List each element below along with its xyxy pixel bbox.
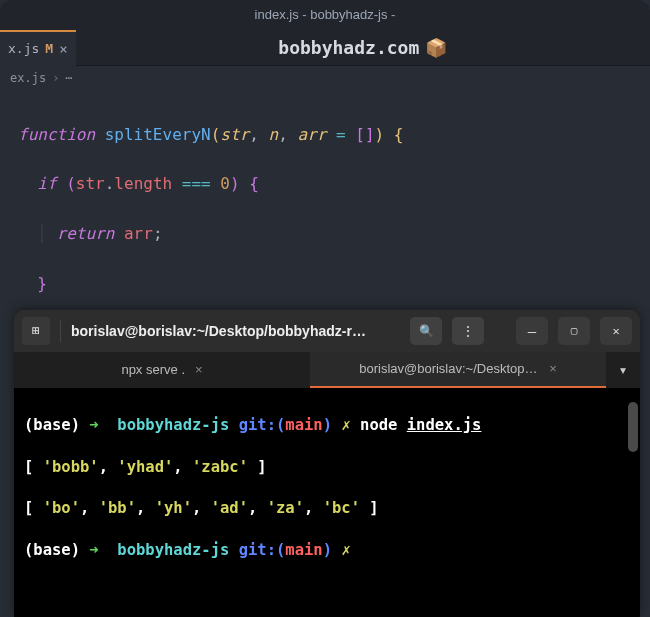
tab-filename: x.js (8, 41, 39, 56)
maximize-icon: ▢ (571, 324, 578, 337)
window-title: index.js - bobbyhadz-js - (255, 7, 396, 22)
terminal-tab-label: npx serve . (121, 362, 185, 377)
close-icon[interactable]: × (549, 361, 557, 376)
maximize-button[interactable]: ▢ (558, 317, 590, 345)
terminal-line: (base) ➜ bobbyhadz-js git:(main) ✗ (24, 540, 630, 561)
terminal-topbar: ⊞ borislav@borislav:~/Desktop/bobbyhadz-… (14, 310, 640, 352)
terminal-tabs: npx serve . × borislav@borislav:~/Deskto… (14, 352, 640, 388)
plus-icon: ⊞ (32, 323, 40, 338)
divider (60, 320, 61, 342)
chevron-down-icon: ▾ (618, 361, 627, 379)
close-icon[interactable]: × (195, 362, 203, 377)
terminal-title: borislav@borislav:~/Desktop/bobbyhadz-r… (71, 323, 400, 339)
minimize-button[interactable]: — (516, 317, 548, 345)
code-line: function splitEveryN(str, n, arr = []) { (18, 123, 650, 148)
new-tab-button[interactable]: ⊞ (22, 317, 50, 345)
breadcrumb-file[interactable]: ex.js (10, 71, 46, 85)
brand-label: bobbyhadz.com📦 (76, 37, 650, 58)
minimize-icon: — (528, 323, 536, 339)
terminal-scrollbar[interactable] (628, 402, 638, 452)
terminal-tab-dropdown[interactable]: ▾ (606, 352, 640, 388)
menu-icon: ⋮ (461, 323, 475, 339)
search-icon: 🔍 (419, 324, 434, 338)
breadcrumb[interactable]: ex.js › ⋯ (0, 66, 650, 90)
code-line: } (18, 272, 650, 297)
breadcrumb-more[interactable]: ⋯ (65, 71, 72, 85)
close-button[interactable]: ✕ (600, 317, 632, 345)
window-titlebar: index.js - bobbyhadz-js - (0, 0, 650, 30)
terminal-output[interactable]: (base) ➜ bobbyhadz-js git:(main) ✗ node … (14, 388, 640, 617)
close-icon[interactable]: × (59, 41, 67, 57)
terminal-tab-serve[interactable]: npx serve . × (14, 352, 310, 388)
terminal-line: [ 'bobb', 'yhad', 'zabc' ] (24, 457, 630, 478)
terminal-window: ⊞ borislav@borislav:~/Desktop/bobbyhadz-… (14, 310, 640, 617)
package-icon: 📦 (425, 37, 447, 58)
search-button[interactable]: 🔍 (410, 317, 442, 345)
menu-button[interactable]: ⋮ (452, 317, 484, 345)
terminal-tab-label: borislav@borislav:~/Desktop/b… (359, 361, 539, 376)
editor-tab-indexjs[interactable]: x.js M × (0, 30, 76, 66)
terminal-line: (base) ➜ bobbyhadz-js git:(main) ✗ node … (24, 415, 630, 436)
chevron-right-icon: › (52, 71, 59, 85)
tab-modified-badge: M (45, 41, 53, 56)
terminal-line: [ 'bo', 'bb', 'yh', 'ad', 'za', 'bc' ] (24, 498, 630, 519)
terminal-tab-shell[interactable]: borislav@borislav:~/Desktop/b… × (310, 352, 606, 388)
code-line: if (str.length === 0) { (18, 172, 650, 197)
editor-tabbar: x.js M × bobbyhadz.com📦 (0, 30, 650, 66)
close-icon: ✕ (612, 324, 619, 338)
code-line: │ return arr; (18, 222, 650, 247)
